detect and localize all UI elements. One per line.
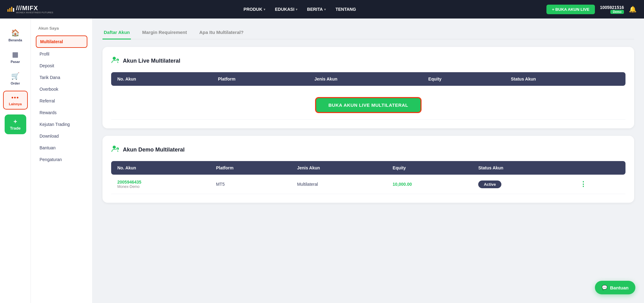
- nav-berita[interactable]: BERITA ▾: [307, 7, 326, 12]
- bell-icon[interactable]: 🔔: [629, 6, 637, 13]
- demo-status-cell: Active: [472, 175, 574, 194]
- menu-item-rewards[interactable]: Rewards: [36, 107, 87, 118]
- sidebar-item-order[interactable]: 🛒 Order: [3, 69, 28, 88]
- live-account-card: $ Akun Live Multilateral No. Akun Platfo…: [102, 47, 634, 128]
- th-platform: Platform: [212, 72, 308, 86]
- empty-live-row: BUKA AKUN LIVE MULTILATERAL: [111, 86, 625, 120]
- demo-account-no-cell: 2005946435 Monex-Demo: [111, 175, 210, 194]
- menu-item-overbook[interactable]: Overbook: [36, 84, 87, 95]
- sidebar-label-lainnya: Lainnya: [9, 102, 22, 106]
- svg-text:$: $: [117, 59, 118, 62]
- left-sidebar: 🏠 Beranda ▦ Pasar 🛒 Order ••• Lainnya + …: [0, 19, 31, 303]
- menu-item-tarik-dana[interactable]: Tarik Dana: [36, 72, 87, 83]
- secondary-sidebar-title: Akun Saya: [36, 26, 87, 31]
- th-no-akun-demo: No. Akun: [111, 161, 210, 175]
- more-icon: •••: [11, 94, 19, 101]
- tab-daftar-akun[interactable]: Daftar Akun: [102, 26, 131, 39]
- topnav-right: + BUKA AKUN LIVE 1005921516 Demo 🔔: [546, 5, 637, 14]
- buka-akun-live-multilateral-button[interactable]: BUKA AKUN LIVE MULTILATERAL: [316, 98, 420, 112]
- main-layout: 🏠 Beranda ▦ Pasar 🛒 Order ••• Lainnya + …: [0, 19, 644, 303]
- trade-label: Trade: [10, 126, 21, 131]
- stripe-4: [13, 8, 14, 12]
- live-account-title-text: Akun Live Multilateral: [123, 58, 180, 64]
- svg-text:$: $: [117, 148, 118, 151]
- menu-item-download[interactable]: Download: [36, 131, 87, 142]
- demo-equity-value: 10,000.00: [393, 182, 412, 187]
- th-jenis-akun-demo: Jenis Akun: [291, 161, 387, 175]
- nav-tentang[interactable]: TENTANG: [336, 7, 356, 12]
- logo[interactable]: ///MIFX MONEX INVESTINDO FUTURES: [7, 5, 53, 14]
- logo-text: ///MIFX: [16, 5, 38, 11]
- logo-subtext: MONEX INVESTINDO FUTURES: [16, 11, 53, 14]
- tab-apa-itu-multilateral[interactable]: Apa Itu Multilateral?: [198, 26, 245, 39]
- sidebar-label-beranda: Beranda: [8, 38, 22, 42]
- nav-produk[interactable]: PRODUK ▾: [244, 7, 265, 12]
- main-content: Daftar Akun Margin Requirement Apa Itu M…: [93, 19, 644, 303]
- menu-item-profil[interactable]: Profil: [36, 48, 87, 60]
- plus-icon: +: [14, 118, 17, 125]
- demo-account-table: No. Akun Platform Jenis Akun Equity Stat…: [111, 161, 625, 194]
- order-icon: 🛒: [11, 72, 19, 80]
- th-status-akun: Status Akun: [505, 72, 625, 86]
- chat-icon: 💬: [602, 285, 608, 290]
- more-options-button[interactable]: ⋮: [580, 180, 587, 188]
- stripe-1: [7, 9, 9, 12]
- sidebar-label-pasar: Pasar: [11, 60, 20, 64]
- demo-account-card: $ Akun Demo Multilateral No. Akun Platfo…: [102, 136, 634, 203]
- trade-button[interactable]: + Trade: [5, 114, 26, 134]
- svg-point-3: [113, 146, 116, 149]
- demo-actions-cell: ⋮: [574, 175, 625, 194]
- th-equity: Equity: [422, 72, 504, 86]
- stripe-2: [9, 8, 10, 12]
- top-navigation: ///MIFX MONEX INVESTINDO FUTURES PRODUK …: [0, 0, 644, 19]
- live-account-table: No. Akun Platform Jenis Akun Equity Stat…: [111, 72, 625, 120]
- demo-table-header-row: No. Akun Platform Jenis Akun Equity Stat…: [111, 161, 625, 175]
- th-jenis-akun: Jenis Akun: [308, 72, 422, 86]
- demo-platform-cell: MT5: [210, 175, 291, 194]
- sidebar-item-pasar[interactable]: ▦ Pasar: [3, 48, 28, 67]
- buka-akun-live-button[interactable]: + BUKA AKUN LIVE: [546, 5, 595, 14]
- buka-akun-wrapper: BUKA AKUN LIVE MULTILATERAL: [117, 91, 619, 114]
- live-table-header-row: No. Akun Platform Jenis Akun Equity Stat…: [111, 72, 625, 86]
- demo-account-icon: $: [111, 144, 120, 155]
- sidebar-label-order: Order: [11, 81, 20, 85]
- th-no-akun: No. Akun: [111, 72, 212, 86]
- demo-account-row: 2005946435 Monex-Demo MT5 Multilateral 1…: [111, 175, 625, 194]
- logo-stripes: [7, 7, 14, 12]
- market-icon: ▦: [12, 51, 19, 59]
- nav-links: PRODUK ▾ EDUKASI ▾ BERITA ▾ TENTANG: [244, 7, 356, 12]
- svg-point-0: [113, 57, 116, 60]
- bantuan-fab-label: Bantuan: [610, 285, 629, 290]
- th-platform-demo: Platform: [210, 161, 291, 175]
- nav-edukasi[interactable]: EDUKASI ▾: [275, 7, 297, 12]
- live-account-icon: $: [111, 56, 120, 66]
- menu-item-pengaturan[interactable]: Pengaturan: [36, 154, 87, 165]
- bantuan-fab-button[interactable]: 💬 Bantuan: [595, 281, 635, 294]
- user-id: 1005921516: [600, 5, 624, 10]
- tab-bar: Daftar Akun Margin Requirement Apa Itu M…: [102, 26, 634, 39]
- menu-item-kejutan-trading[interactable]: Kejutan Trading: [36, 119, 87, 130]
- sidebar-item-lainnya[interactable]: ••• Lainnya: [3, 91, 28, 110]
- live-account-card-title: $ Akun Live Multilateral: [111, 56, 625, 66]
- home-icon: 🏠: [11, 29, 19, 37]
- stripe-3: [11, 7, 12, 12]
- demo-account-number: 2005946435: [117, 180, 204, 185]
- menu-item-referral[interactable]: Referral: [36, 95, 87, 106]
- th-equity-demo: Equity: [387, 161, 472, 175]
- status-badge: Active: [478, 181, 501, 188]
- demo-equity-cell: 10,000.00: [387, 175, 472, 194]
- demo-account-sub: Monex-Demo: [117, 185, 204, 189]
- chevron-down-icon: ▾: [296, 8, 297, 11]
- menu-item-deposit[interactable]: Deposit: [36, 60, 87, 71]
- menu-item-bantuan[interactable]: Bantuan: [36, 142, 87, 153]
- sidebar-item-beranda[interactable]: 🏠 Beranda: [3, 26, 28, 45]
- chevron-down-icon: ▾: [264, 8, 265, 11]
- buka-akun-cell: BUKA AKUN LIVE MULTILATERAL: [111, 86, 625, 120]
- user-demo-badge: Demo: [610, 10, 624, 14]
- demo-account-card-title: $ Akun Demo Multilateral: [111, 144, 625, 155]
- demo-account-title-text: Akun Demo Multilateral: [123, 147, 185, 153]
- user-info: 1005921516 Demo: [600, 5, 624, 14]
- demo-jenis-akun-cell: Multilateral: [291, 175, 387, 194]
- tab-margin-requirement[interactable]: Margin Requirement: [141, 26, 188, 39]
- menu-item-multilateral[interactable]: Multilateral: [36, 35, 87, 48]
